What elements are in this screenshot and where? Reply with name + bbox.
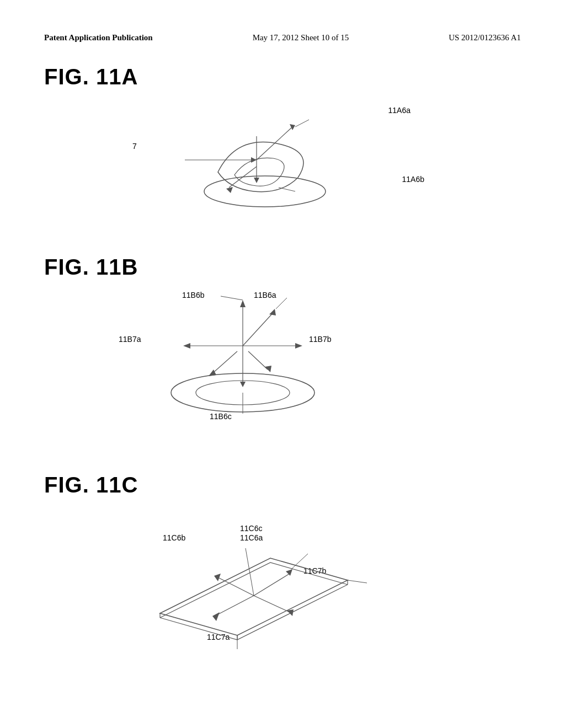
svg-line-15 [221, 296, 243, 300]
fig-11b-area: 11B6b 11B6a 11B7a 11B7b 11B6c [44, 285, 521, 440]
svg-marker-28 [265, 366, 271, 372]
svg-line-33 [218, 577, 254, 596]
figure-11b: FIG. 11B 11B6b 11B6a 11B7a 11B7b 11B6c [44, 255, 521, 440]
svg-marker-41 [212, 612, 220, 621]
header-patent-number: US 2012/0123636 A1 [449, 33, 521, 42]
svg-line-37 [254, 574, 290, 596]
fig-11c-title: FIG. 11C [44, 473, 521, 497]
svg-marker-2 [251, 157, 257, 163]
svg-marker-17 [240, 382, 246, 387]
svg-marker-23 [269, 309, 276, 315]
label-11a6b: 11A6b [402, 175, 424, 184]
page: Patent Application Publication May 17, 2… [0, 0, 565, 728]
svg-line-40 [218, 596, 254, 614]
page-header: Patent Application Publication May 17, 2… [44, 33, 521, 42]
header-publication-label: Patent Application Publication [44, 33, 153, 42]
svg-line-35 [254, 596, 290, 612]
svg-marker-4 [254, 178, 259, 183]
figure-11c: FIG. 11C 11C6b 11C6c 11C6a 11C7b 11C7a [44, 473, 521, 657]
figure-11a: FIG. 11A 7 11A6a 11A6b [44, 65, 521, 222]
fig-11a-svg [132, 106, 364, 216]
svg-line-22 [243, 313, 273, 346]
fig-11b-title: FIG. 11B [44, 255, 521, 280]
fig-11c-svg [116, 514, 392, 657]
svg-line-10 [279, 188, 295, 191]
fig-11a-area: 7 11A6a 11A6b [44, 95, 521, 222]
fig-11b-svg [127, 288, 359, 431]
svg-marker-14 [240, 300, 246, 307]
svg-line-27 [248, 351, 268, 370]
fig-11a-title: FIG. 11A [44, 65, 521, 89]
svg-line-43 [348, 580, 367, 583]
svg-marker-21 [183, 343, 190, 349]
label-11a6a: 11A6a [388, 106, 411, 115]
fig-11c-area: 11C6b 11C6c 11C6a 11C7b 11C7a [44, 503, 521, 657]
svg-marker-19 [295, 343, 302, 349]
svg-line-24 [276, 298, 287, 309]
svg-marker-38 [286, 569, 292, 576]
svg-marker-36 [287, 609, 294, 616]
header-date-sheet: May 17, 2012 Sheet 10 of 15 [253, 33, 349, 42]
svg-line-7 [229, 167, 257, 188]
svg-line-5 [257, 127, 292, 160]
svg-marker-26 [209, 370, 216, 376]
svg-marker-8 [226, 187, 233, 193]
svg-line-25 [212, 351, 237, 373]
svg-line-9 [295, 120, 309, 127]
svg-marker-6 [290, 124, 295, 130]
svg-marker-34 [214, 574, 221, 581]
svg-line-44 [246, 548, 254, 596]
